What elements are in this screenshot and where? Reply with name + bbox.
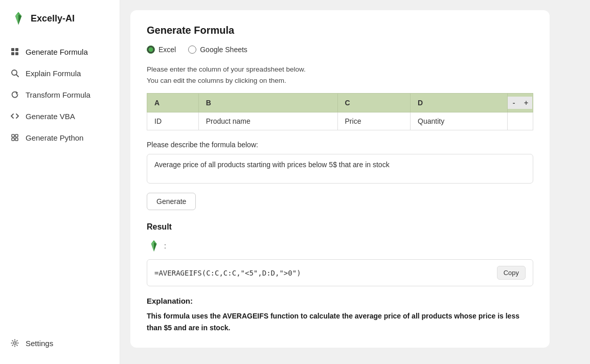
table-row: ID Product name Price Quantity xyxy=(147,112,533,130)
svg-rect-8 xyxy=(12,138,14,141)
explanation-text: This formula uses the AVERAGEIFS functio… xyxy=(147,310,533,333)
excel-radio[interactable] xyxy=(147,46,155,54)
col-header-a[interactable]: A xyxy=(147,94,199,112)
grid-icon xyxy=(10,47,19,56)
sidebar: Excelly-AI Generate Formula Explain xyxy=(0,0,120,364)
copy-button[interactable]: Copy xyxy=(497,266,526,280)
remove-col-button[interactable]: - xyxy=(508,97,520,109)
logo-area: Excelly-AI xyxy=(0,10,120,41)
formula-result-value: =AVERAGEIFS(C:C,C:C,"<5",D:D,">0") xyxy=(154,269,301,277)
google-sheets-radio[interactable] xyxy=(188,46,196,54)
gear-icon xyxy=(10,338,19,348)
page-title: Generate Formula xyxy=(147,25,533,36)
formula-result-box: =AVERAGEIFS(C:C,C:C,"<5",D:D,">0") Copy xyxy=(147,259,533,286)
formula-description-input[interactable]: Average price of all products starting w… xyxy=(147,154,533,184)
excel-label: Excel xyxy=(158,46,176,54)
app-name: Excelly-AI xyxy=(31,13,75,24)
svg-rect-2 xyxy=(11,52,14,55)
cell-a1[interactable]: ID xyxy=(147,112,199,130)
cell-d1[interactable]: Quantity xyxy=(411,112,508,130)
google-sheets-radio-option[interactable]: Google Sheets xyxy=(188,46,247,54)
spreadsheet-table: A B C D - + ID Product name Pric xyxy=(147,93,533,130)
svg-line-5 xyxy=(16,75,18,77)
svg-rect-1 xyxy=(15,48,18,51)
main-nav: Generate Formula Explain Formula Transfo… xyxy=(0,41,120,148)
cell-b1[interactable]: Product name xyxy=(198,112,337,130)
add-col-button[interactable]: + xyxy=(520,97,532,109)
result-colon: : xyxy=(164,242,166,250)
description-line2: You can edit the columns by clicking on … xyxy=(147,75,533,86)
nav-label-explain-formula: Explain Formula xyxy=(26,69,81,78)
result-section: Result : =AVERAGEIFS(C:C,C:C,"<5",D:D,">… xyxy=(147,222,533,333)
col-header-c[interactable]: C xyxy=(337,94,411,112)
excel-radio-option[interactable]: Excel xyxy=(147,46,176,54)
formula-description-label: Please describe the formula below: xyxy=(147,141,533,149)
search-icon xyxy=(10,69,19,78)
svg-rect-3 xyxy=(15,52,18,55)
google-sheets-label: Google Sheets xyxy=(200,46,247,54)
cell-c1[interactable]: Price xyxy=(337,112,411,130)
col-controls-header: - + xyxy=(508,94,533,112)
sidebar-item-transform-formula[interactable]: Transform Formula xyxy=(0,84,120,105)
result-title: Result xyxy=(147,222,533,232)
nav-label-generate-python: Generate Python xyxy=(26,133,83,142)
spreadsheet-type-radio-group: Excel Google Sheets xyxy=(147,46,533,54)
sidebar-item-explain-formula[interactable]: Explain Formula xyxy=(0,62,120,84)
svg-rect-0 xyxy=(11,48,14,51)
refresh-icon xyxy=(10,90,19,99)
sidebar-item-settings[interactable]: Settings xyxy=(0,332,120,354)
sidebar-item-generate-python[interactable]: Generate Python xyxy=(0,127,120,148)
nav-label-settings: Settings xyxy=(26,339,53,348)
description: Please enter the column of your spreadsh… xyxy=(147,64,533,86)
app-logo-icon xyxy=(10,10,27,27)
sidebar-item-generate-formula[interactable]: Generate Formula xyxy=(0,41,120,62)
col-controls: - + xyxy=(508,97,533,109)
puzzle-icon xyxy=(10,133,19,142)
nav-label-generate-vba: Generate VBA xyxy=(26,112,75,121)
main-content: Generate Formula Excel Google Sheets Ple… xyxy=(120,0,590,364)
sidebar-item-generate-vba[interactable]: Generate VBA xyxy=(0,105,120,127)
nav-label-transform-formula: Transform Formula xyxy=(26,90,90,99)
col-header-b[interactable]: B xyxy=(198,94,337,112)
explanation-title: Explanation: xyxy=(147,297,533,305)
svg-rect-6 xyxy=(12,134,14,137)
result-logo-row: : xyxy=(147,239,533,253)
svg-point-10 xyxy=(14,342,16,345)
generate-button[interactable]: Generate xyxy=(147,193,196,210)
nav-label-generate-formula: Generate Formula xyxy=(26,48,88,56)
code-icon xyxy=(10,111,19,121)
description-line1: Please enter the column of your spreadsh… xyxy=(147,64,533,75)
cell-controls1 xyxy=(508,112,533,130)
main-card: Generate Formula Excel Google Sheets Ple… xyxy=(130,10,550,348)
svg-rect-9 xyxy=(15,138,18,141)
svg-rect-7 xyxy=(15,134,18,137)
result-logo-icon xyxy=(147,239,161,253)
col-header-d[interactable]: D xyxy=(411,94,508,112)
